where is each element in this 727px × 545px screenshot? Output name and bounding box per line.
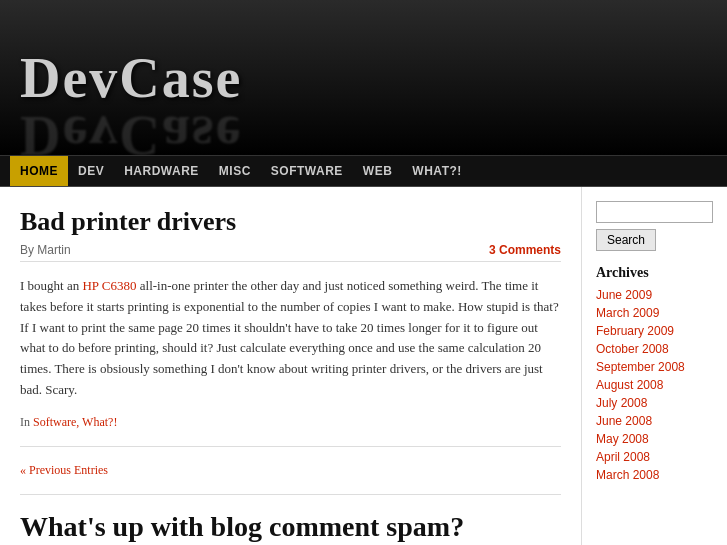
- nav-item-misc[interactable]: MISC: [209, 156, 261, 186]
- post-comments-1[interactable]: 3 Comments: [489, 243, 561, 257]
- post-title-1: Bad printer drivers: [20, 207, 561, 237]
- site-title-reflection: DevCase: [20, 108, 707, 155]
- list-item: August 2008: [596, 377, 713, 393]
- archive-link[interactable]: September 2008: [596, 360, 685, 374]
- main-content: Bad printer drivers By Martin 3 Comments…: [0, 187, 582, 545]
- nav-item-web[interactable]: WEB: [353, 156, 403, 186]
- content-wrapper: Bad printer drivers By Martin 3 Comments…: [0, 187, 727, 545]
- pagination: « Previous Entries: [20, 463, 561, 478]
- previous-entries-link[interactable]: « Previous Entries: [20, 463, 108, 477]
- sidebar: Search Archives June 2009March 2009Febru…: [582, 187, 727, 545]
- post-meta-1: By Martin 3 Comments: [20, 243, 561, 262]
- archive-link[interactable]: August 2008: [596, 378, 663, 392]
- archives-title: Archives: [596, 265, 713, 281]
- post-divider-2: [20, 494, 561, 495]
- site-title: DevCase: [20, 50, 707, 106]
- list-item: March 2008: [596, 467, 713, 483]
- nav-item-software[interactable]: SOFTWARE: [261, 156, 353, 186]
- archive-link[interactable]: July 2008: [596, 396, 647, 410]
- archive-link[interactable]: June 2009: [596, 288, 652, 302]
- post-title-2: What's up with blog comment spam?: [20, 511, 561, 543]
- list-item: July 2008: [596, 395, 713, 411]
- nav-item-hardware[interactable]: HARDWARE: [114, 156, 209, 186]
- list-item: May 2008: [596, 431, 713, 447]
- nav-item-what?![interactable]: WHAT?!: [402, 156, 471, 186]
- site-header: DevCase DevCase: [0, 0, 727, 155]
- list-item: February 2009: [596, 323, 713, 339]
- list-item: September 2008: [596, 359, 713, 375]
- list-item: March 2009: [596, 305, 713, 321]
- post-divider-1: [20, 446, 561, 447]
- search-button[interactable]: Search: [596, 229, 656, 251]
- hp-link[interactable]: HP C6380: [82, 278, 136, 293]
- archive-link[interactable]: May 2008: [596, 432, 649, 446]
- post-body-1: I bought an HP C6380 all-in-one printer …: [20, 276, 561, 401]
- archive-link[interactable]: June 2008: [596, 414, 652, 428]
- archive-link[interactable]: March 2008: [596, 468, 659, 482]
- nav-item-dev[interactable]: DEV: [68, 156, 114, 186]
- archive-link[interactable]: March 2009: [596, 306, 659, 320]
- list-item: April 2008: [596, 449, 713, 465]
- archive-link[interactable]: February 2009: [596, 324, 674, 338]
- archive-list: June 2009March 2009February 2009October …: [596, 287, 713, 483]
- main-nav: HOMEDEVHARDWAREMISCSOFTWAREWEBWHAT?!: [0, 155, 727, 187]
- archive-link[interactable]: October 2008: [596, 342, 669, 356]
- post-tags-link-1[interactable]: Software, What?!: [33, 415, 117, 429]
- nav-item-home[interactable]: HOME: [10, 156, 68, 186]
- post-author-1: By Martin: [20, 243, 71, 257]
- archive-link[interactable]: April 2008: [596, 450, 650, 464]
- list-item: June 2008: [596, 413, 713, 429]
- search-input[interactable]: [596, 201, 713, 223]
- list-item: June 2009: [596, 287, 713, 303]
- post-tags-1: In Software, What?!: [20, 415, 561, 430]
- list-item: October 2008: [596, 341, 713, 357]
